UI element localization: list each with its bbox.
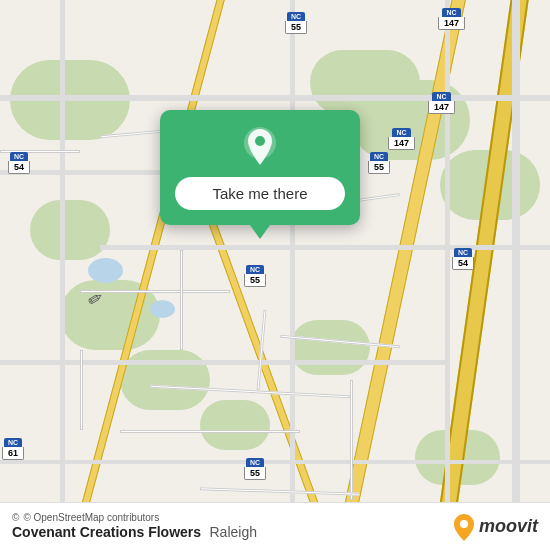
map-container: NC 55 NC 147 NC 54 NC 147 NC 147 NC 55 [0,0,550,550]
bottom-left-info: © © OpenStreetMap contributors Covenant … [12,512,257,541]
route-badge-61: NC 61 [2,438,24,460]
green-area [200,400,270,450]
water-area [150,300,175,318]
route-badge-nc147-mid2: NC 147 [388,128,415,150]
place-city: Raleigh [210,524,257,540]
route-badge-nc54-right: NC 54 [452,248,474,270]
location-pin-icon [238,125,282,169]
route-badge-nc147-top: NC 147 [438,8,465,30]
green-area [290,320,370,375]
local-road [80,350,83,430]
local-road [180,250,183,350]
route-badge-nc55-lower: NC 55 [244,265,266,287]
local-road [120,430,300,433]
road-v1 [60,0,65,550]
road-h4 [0,360,450,365]
road-v4 [512,0,520,550]
copyright-symbol: © [12,512,19,523]
place-info: Covenant Creations Flowers Raleigh [12,523,257,541]
route-badge-nc55-bottom: NC 55 [244,458,266,480]
road-h1 [0,95,550,101]
moovit-pin-icon [453,513,475,541]
water-area [88,258,123,283]
take-me-there-button[interactable]: Take me there [175,177,345,210]
svg-point-1 [255,136,265,146]
moovit-logo: moovit [453,513,538,541]
popup-card: Take me there [160,110,360,225]
road-v2 [290,0,295,550]
route-badge-nc55-top: NC 55 [285,12,307,34]
green-area [30,200,110,260]
osm-attribution: © OpenStreetMap contributors [23,512,159,523]
place-name: Covenant Creations Flowers [12,524,201,540]
green-area [120,350,210,410]
bottom-bar: © © OpenStreetMap contributors Covenant … [0,502,550,550]
route-badge-nc54-left: NC 54 [8,152,30,174]
road-h3 [100,245,550,250]
road-h5 [0,460,550,464]
green-area [310,50,420,115]
route-badge-nc55-mid: NC 55 [368,152,390,174]
moovit-brand-text: moovit [479,516,538,537]
svg-point-2 [460,520,468,528]
local-road [350,380,353,500]
road-v3 [445,0,450,550]
attribution-row: © © OpenStreetMap contributors [12,512,257,523]
route-badge-nc147-mid: NC 147 [428,92,455,114]
local-road [80,290,230,293]
